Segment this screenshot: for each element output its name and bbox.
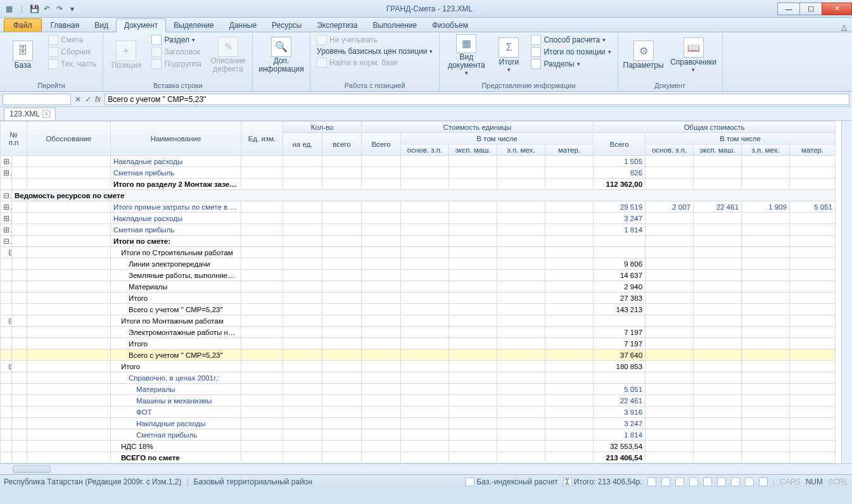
sb-icon-1[interactable] bbox=[647, 477, 656, 486]
expand-toggle[interactable] bbox=[1, 372, 12, 384]
sb-icon-8[interactable] bbox=[745, 477, 754, 486]
col-qty-group[interactable]: Кол-во bbox=[283, 122, 362, 133]
tab-main[interactable]: Главная bbox=[43, 19, 87, 32]
tab-document[interactable]: Документ bbox=[116, 18, 166, 32]
table-row[interactable]: Всего с учетом " СМР=5,23"37 640 bbox=[1, 350, 836, 361]
sbornik-button[interactable]: Сборник bbox=[46, 46, 99, 58]
expand-toggle[interactable]: ⊟ bbox=[1, 315, 12, 327]
tab-data[interactable]: Данные bbox=[222, 19, 264, 32]
col-totalcost-group[interactable]: Общая стоимость bbox=[594, 122, 836, 133]
name-box[interactable] bbox=[3, 94, 71, 105]
redo-icon[interactable]: ↷ bbox=[54, 4, 65, 14]
table-row[interactable]: Сметная прибыль1 814 bbox=[1, 429, 836, 441]
col-u-osnov[interactable]: основ. з.п. bbox=[401, 144, 449, 156]
pos-totals-button[interactable]: Итоги по позиции bbox=[528, 46, 613, 58]
tech-button[interactable]: Тех. часть bbox=[46, 58, 99, 70]
vertical-scrollbar[interactable] bbox=[841, 121, 852, 463]
sections-button[interactable]: Разделы bbox=[528, 58, 613, 70]
table-row[interactable]: ⊟Итоги по смете: bbox=[1, 236, 836, 247]
expand-toggle[interactable] bbox=[1, 293, 12, 304]
price-level-button[interactable]: Уровень базисных цен позиции bbox=[314, 46, 435, 56]
col-qty-total[interactable]: всего bbox=[322, 133, 362, 156]
formula-input[interactable]: Всего с учетом " СМР=5,23" bbox=[105, 94, 849, 105]
close-button[interactable]: ✕ bbox=[822, 3, 852, 15]
table-row[interactable]: Итого27 383 bbox=[1, 293, 836, 304]
table-row[interactable]: НДС 18%32 553,54 bbox=[1, 441, 836, 452]
expand-toggle[interactable]: ⊞ bbox=[1, 167, 12, 179]
col-num[interactable]: № п.п bbox=[1, 122, 27, 156]
undo-icon[interactable]: ↶ bbox=[42, 4, 52, 14]
table-row[interactable]: ⊞Материалы2 940 bbox=[1, 281, 836, 293]
expand-toggle[interactable]: ⊞ bbox=[1, 270, 12, 281]
col-t-osnov[interactable]: основ. з.п. bbox=[645, 144, 694, 156]
table-row[interactable]: ⊟Итого180 853 bbox=[1, 361, 836, 372]
col-u-mat[interactable]: матер. bbox=[545, 144, 594, 156]
expand-toggle[interactable]: ⊟ bbox=[1, 236, 12, 247]
minimize-button[interactable]: — bbox=[777, 3, 800, 15]
sb-icon-2[interactable] bbox=[661, 477, 670, 486]
col-t-mat[interactable]: матер. bbox=[790, 144, 836, 156]
sb-icon-5[interactable] bbox=[703, 477, 712, 486]
table-row[interactable]: ⊞Итого прямые затраты по смете в ценах 2… bbox=[1, 201, 836, 213]
tab-selection[interactable]: Выделение bbox=[166, 19, 222, 32]
col-u-mex[interactable]: з.п. мех. bbox=[497, 144, 545, 156]
calc-method-button[interactable]: Способ расчета bbox=[528, 34, 613, 46]
status-calc-mode[interactable]: Баз.-индексный расчет bbox=[466, 477, 557, 486]
expand-toggle[interactable] bbox=[1, 418, 12, 429]
fx-icon[interactable]: fx bbox=[95, 95, 101, 104]
col-t-mash[interactable]: эксп. маш. bbox=[694, 144, 742, 156]
col-unit-breakdown[interactable]: В том числе bbox=[401, 133, 594, 144]
qat-more-icon[interactable]: ▾ bbox=[67, 4, 77, 14]
maximize-button[interactable]: ▢ bbox=[799, 3, 822, 15]
defect-button[interactable]: ✎Описание дефекта bbox=[208, 34, 248, 76]
dop-info-button[interactable]: 🔍Доп. информация bbox=[257, 34, 306, 76]
itogi-button[interactable]: ΣИтоги bbox=[493, 34, 525, 76]
table-row[interactable]: ФОТ3 916 bbox=[1, 406, 836, 418]
table-row[interactable]: ⊞Накладные расходы1 505 bbox=[1, 156, 836, 167]
expand-toggle[interactable]: ⊞ bbox=[1, 258, 12, 270]
expand-toggle[interactable]: ⊟ bbox=[1, 190, 12, 201]
data-grid[interactable]: № п.п Обоснование Наименование Ед. изм. … bbox=[0, 121, 836, 463]
expand-toggle[interactable]: ⊞ bbox=[1, 224, 12, 236]
scroll-thumb[interactable] bbox=[13, 465, 51, 473]
table-row[interactable]: ⊞Сметная прибыль826 bbox=[1, 167, 836, 179]
header-button[interactable]: Заголовок bbox=[149, 46, 204, 58]
smeta-button[interactable]: Смета bbox=[46, 34, 99, 46]
expand-toggle[interactable]: ⊞ bbox=[1, 156, 12, 167]
table-row[interactable]: Всего с учетом " СМР=5,23"143 213 bbox=[1, 304, 836, 315]
ribbon-collapse-icon[interactable]: △ bbox=[841, 23, 847, 32]
find-norm-button[interactable]: Найти в норм. базе bbox=[314, 57, 435, 68]
table-row[interactable]: ⊞Земляные работы, выполняемые по другим … bbox=[1, 270, 836, 281]
col-u-mash[interactable]: эксп. маш. bbox=[449, 144, 497, 156]
expand-toggle[interactable] bbox=[1, 406, 12, 418]
subgroup-button[interactable]: Подгруппа bbox=[149, 58, 204, 70]
sb-icon-9[interactable] bbox=[759, 477, 768, 486]
expand-toggle[interactable] bbox=[1, 304, 12, 315]
expand-toggle[interactable]: ⊞ bbox=[1, 327, 12, 338]
expand-toggle[interactable]: ⊞ bbox=[1, 201, 12, 213]
table-row[interactable]: Итого7 197 bbox=[1, 338, 836, 350]
col-total-breakdown[interactable]: В том числе bbox=[645, 133, 836, 144]
ignore-button[interactable]: Не учитывать bbox=[314, 34, 435, 46]
baza-button[interactable]: 🗄База bbox=[4, 34, 42, 76]
doc-tab-123[interactable]: 123.XML× bbox=[4, 108, 56, 120]
tab-resources[interactable]: Ресурсы bbox=[264, 19, 309, 32]
tab-physvolume[interactable]: Физобъем bbox=[424, 19, 476, 32]
app-icon[interactable]: ▦ bbox=[4, 4, 14, 14]
expand-toggle[interactable] bbox=[1, 179, 12, 190]
table-row[interactable]: Материалы5 051 bbox=[1, 384, 836, 395]
col-qty-unit[interactable]: на ед. bbox=[283, 133, 322, 156]
expand-toggle[interactable] bbox=[1, 395, 12, 406]
params-button[interactable]: ⚙Параметры bbox=[622, 34, 665, 76]
sb-icon-3[interactable] bbox=[675, 477, 684, 486]
table-row[interactable]: ⊞Сметная прибыль1 814 bbox=[1, 224, 836, 236]
refs-button[interactable]: 📖Справочники bbox=[669, 34, 718, 76]
expand-toggle[interactable] bbox=[1, 441, 12, 452]
col-unitcost-group[interactable]: Стоимость единицы bbox=[362, 122, 594, 133]
expand-toggle[interactable]: ⊞ bbox=[1, 281, 12, 293]
tab-execution[interactable]: Выполнение bbox=[365, 19, 424, 32]
table-row[interactable]: Справочно, в ценах 2001г.: bbox=[1, 372, 836, 384]
table-row[interactable]: ⊟Ведомость ресурсов по смете bbox=[1, 190, 836, 201]
sb-icon-4[interactable] bbox=[689, 477, 698, 486]
file-tab[interactable]: Файл bbox=[4, 18, 42, 32]
